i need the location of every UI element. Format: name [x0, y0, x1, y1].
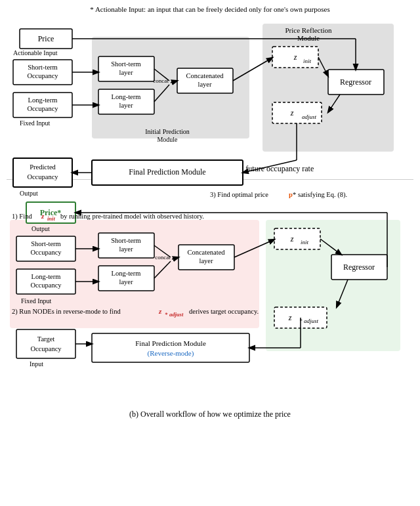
svg-text:1) Find: 1) Find — [12, 213, 32, 221]
svg-text:Module: Module — [157, 136, 178, 143]
svg-text:derives target occupancy.: derives target occupancy. — [189, 308, 259, 315]
svg-text:2) Run NODEs in reverse-mode t: 2) Run NODEs in reverse-mode to find — [12, 308, 121, 316]
svg-line-45 — [233, 58, 272, 81]
svg-line-42 — [154, 69, 169, 81]
svg-text:(Reverse-mode): (Reverse-mode) — [148, 349, 194, 358]
page: * Actionable Input: an input that can be… — [0, 0, 420, 430]
svg-text:concat: concat — [153, 77, 169, 84]
svg-text:Long-term: Long-term — [112, 93, 141, 100]
svg-text:Price: Price — [38, 34, 54, 43]
svg-text:by running pre-trained model w: by running pre-trained model with observ… — [60, 213, 204, 220]
svg-rect-9 — [13, 60, 72, 85]
svg-text:init: init — [301, 239, 309, 245]
svg-text:Concatenated: Concatenated — [187, 249, 225, 256]
svg-text:Regressor: Regressor — [343, 263, 375, 272]
svg-text:layer: layer — [200, 257, 213, 264]
svg-rect-22 — [177, 68, 233, 93]
svg-rect-26 — [272, 47, 318, 68]
diagram-b-caption: (b) Overall workflow of how we optimize … — [7, 410, 413, 419]
diagram-a: Price Reflection Module Initial Predicti… — [7, 17, 413, 174]
svg-text:Occupancy: Occupancy — [30, 345, 62, 352]
svg-text:z: z — [41, 212, 45, 220]
svg-text:Regressor: Regressor — [340, 77, 371, 87]
svg-text:Actionable Input: Actionable Input — [13, 49, 58, 56]
svg-text:z: z — [158, 307, 162, 315]
svg-text:Occupancy: Occupancy — [30, 282, 62, 289]
svg-text:Final Prediction Module: Final Prediction Module — [135, 339, 206, 347]
svg-text:layer: layer — [119, 69, 133, 76]
svg-text:Output: Output — [32, 225, 50, 232]
svg-text:z: z — [288, 313, 292, 322]
svg-text:* satisfying Eq. (8).: * satisfying Eq. (8). — [293, 191, 347, 199]
svg-text:layer: layer — [119, 102, 133, 109]
svg-text:Price Reflection: Price Reflection — [285, 26, 332, 34]
svg-text:Input: Input — [30, 360, 43, 368]
svg-text:Long-term: Long-term — [28, 96, 58, 104]
svg-text:layer: layer — [119, 278, 133, 285]
svg-text:z: z — [290, 234, 294, 243]
svg-text:adjust: adjust — [302, 114, 317, 120]
diagram-a-caption: (a) Overall workflow of how we predict t… — [7, 164, 413, 174]
svg-rect-31 — [272, 102, 322, 123]
svg-rect-0 — [92, 37, 249, 138]
svg-text:Short-term: Short-term — [111, 237, 141, 244]
svg-text:init: init — [303, 58, 312, 64]
svg-text:3) Find optimal price: 3) Find optimal price — [210, 191, 268, 199]
svg-line-46 — [318, 57, 328, 76]
svg-rect-19 — [98, 89, 154, 114]
svg-text:Module: Module — [297, 34, 320, 42]
svg-rect-82 — [274, 228, 320, 249]
divider — [7, 179, 413, 180]
svg-text:Occupancy: Occupancy — [27, 72, 58, 79]
svg-text:Long-term: Long-term — [112, 270, 141, 277]
svg-line-43 — [154, 85, 169, 102]
diagram-a-inner: Price Reflection Module Initial Predicti… — [7, 17, 413, 161]
svg-rect-100 — [92, 333, 249, 362]
top-note: * Actionable Input: an input that can be… — [7, 5, 413, 13]
svg-text:init: init — [47, 215, 55, 222]
diagram-b-svg: 3) Find optimal price p * satisfying Eq.… — [7, 184, 413, 407]
svg-text:adjust: adjust — [169, 311, 184, 318]
svg-text:Short-term: Short-term — [28, 64, 58, 71]
svg-text:Short-term: Short-term — [31, 240, 61, 247]
svg-line-47 — [328, 95, 340, 112]
svg-text:Target: Target — [37, 335, 55, 343]
diagram-a-arrows: Price Reflection Module Initial Predicti… — [7, 17, 413, 161]
svg-text:Fixed Input: Fixed Input — [20, 119, 51, 127]
diagram-b-inner: 3) Find optimal price p * satisfying Eq.… — [7, 184, 413, 407]
svg-line-44 — [171, 81, 177, 83]
svg-text:z: z — [290, 108, 294, 117]
svg-text:Long-term: Long-term — [32, 273, 61, 280]
svg-rect-16 — [98, 56, 154, 81]
svg-text:z: z — [293, 53, 297, 62]
svg-text:Short-term: Short-term — [111, 60, 141, 68]
diagram-b: 3) Find optimal price p * satisfying Eq.… — [7, 184, 413, 419]
svg-text:Initial Prediction: Initial Prediction — [145, 128, 190, 135]
svg-text:concat: concat — [155, 254, 171, 261]
svg-text:Occupancy: Occupancy — [27, 105, 58, 112]
svg-text:layer: layer — [119, 245, 133, 253]
svg-rect-6 — [20, 29, 72, 49]
svg-rect-29 — [328, 70, 384, 95]
svg-text:Concatenated: Concatenated — [186, 72, 224, 79]
svg-text:layer: layer — [198, 81, 212, 88]
svg-text:Fixed Input: Fixed Input — [21, 297, 52, 305]
svg-text:Occupancy: Occupancy — [30, 249, 62, 256]
svg-text:adjust: adjust — [304, 318, 319, 324]
svg-rect-12 — [13, 93, 72, 117]
svg-rect-96 — [16, 329, 75, 358]
svg-rect-1 — [262, 24, 394, 152]
